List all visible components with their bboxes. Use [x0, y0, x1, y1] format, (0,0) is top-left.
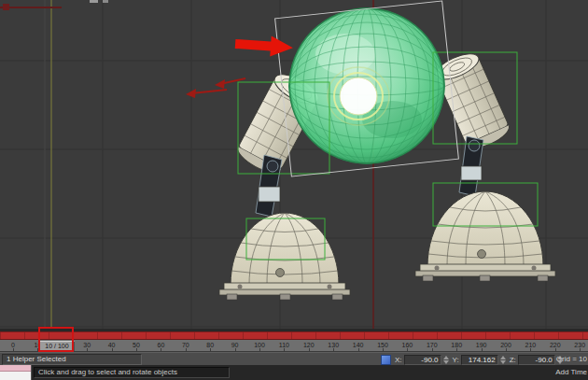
ruler-tick-mark — [259, 348, 260, 351]
ruler-tick-mark — [13, 348, 14, 351]
ruler-tick-mark — [235, 348, 236, 351]
prompt-text: Click and drag to select and rotate obje… — [34, 367, 230, 378]
ruler-tick-mark — [210, 348, 211, 351]
z-label: Z: — [510, 356, 516, 364]
selection-status: 1 Helper Selected — [2, 354, 142, 365]
grid-size-label: Grid = 10 — [556, 355, 587, 363]
toolbar-remnant-icon — [103, 0, 108, 3]
z-coordinate-field[interactable]: -90.0 — [518, 355, 555, 365]
x-spinner[interactable] — [443, 356, 449, 364]
sphere-helper[interactable] — [289, 8, 444, 163]
x-label: X: — [395, 356, 402, 364]
y-coordinate-field[interactable]: 174.162 — [461, 355, 498, 365]
listener-script-pane[interactable] — [0, 372, 31, 380]
ruler-tick-mark — [530, 348, 531, 351]
ruler-tick-mark — [333, 348, 334, 351]
timeline-ruler[interactable]: 0102030405060708090100110120130140150160… — [0, 340, 588, 352]
ruler-tick-mark — [161, 348, 161, 351]
add-time-label[interactable]: Add Time — [555, 368, 587, 376]
ruler-tick-mark — [284, 348, 285, 351]
viewport-canvas[interactable] — [0, 0, 588, 329]
dome-base-right[interactable] — [415, 191, 555, 281]
ruler-tick-mark — [309, 348, 310, 351]
ruler-tick-mark — [506, 348, 507, 351]
toolbar-remnant-icon — [90, 0, 98, 3]
ruler-tick-mark — [407, 348, 408, 351]
ruler-tick-mark — [136, 348, 137, 351]
ruler-tick-mark — [456, 348, 457, 351]
ruler-tick-mark — [358, 348, 359, 351]
dome-base-left[interactable] — [219, 213, 350, 300]
ruler-tick-mark — [555, 348, 556, 351]
support-arm-right[interactable] — [459, 136, 483, 196]
origin-marker — [3, 4, 9, 10]
status-bar: 1 Helper Selected X: -90.0 Y: 174.162 Z:… — [0, 352, 588, 365]
ruler-tick-mark — [186, 348, 187, 351]
track-bar[interactable] — [0, 331, 588, 340]
ruler-tick-mark — [383, 348, 384, 351]
ruler-tick-mark — [112, 348, 113, 351]
prompt-bar: Click and drag to select and rotate obje… — [0, 365, 588, 380]
x-coordinate-field[interactable]: -90.0 — [404, 355, 441, 365]
coordinate-display: X: -90.0 Y: 174.162 Z: -90.0 — [381, 354, 565, 365]
viewport[interactable] — [0, 0, 588, 329]
absolute-mode-icon[interactable] — [381, 355, 391, 365]
y-spinner[interactable] — [500, 356, 506, 364]
annotation-arrow-small-2 — [191, 90, 227, 93]
maxscript-mini-listener[interactable] — [0, 365, 32, 380]
time-slider-handle[interactable]: 10 / 100 — [39, 341, 75, 351]
annotation-arrow-large — [234, 34, 293, 58]
listener-macro-pane[interactable] — [0, 365, 31, 372]
ruler-tick-mark — [580, 348, 581, 351]
ruler-tick-mark — [432, 348, 433, 351]
3dsmax-window: 0102030405060708090100110120130140150160… — [0, 0, 588, 380]
ruler-tick-mark — [87, 348, 88, 351]
ruler-tick-mark — [482, 348, 483, 351]
y-label: Y: — [453, 356, 459, 364]
